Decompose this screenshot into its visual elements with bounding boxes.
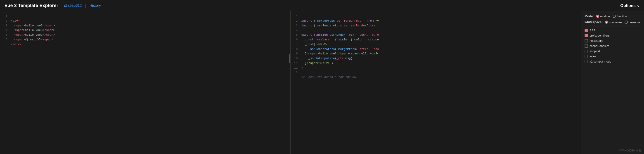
whitespace-condense-label: condense [609, 20, 622, 24]
whitespace-preserve-radio-dot[interactable] [624, 20, 628, 24]
mode-function-radio[interactable]: function [612, 15, 627, 18]
cache-handlers-label: cacheHandlers [590, 44, 609, 48]
inline-checkbox-row[interactable]: inline [584, 55, 640, 58]
prefix-identifiers-checkbox-row[interactable]: prefixIdentifiers [584, 34, 640, 37]
app-title: Vue 3 Template Explorer [4, 3, 58, 8]
template-editor-panel[interactable]: 1 2 3 4 5 6 <div> <span>hello vue3</span… [0, 11, 290, 154]
v2-compat-label: v2 compat mode [590, 60, 611, 63]
commit-link[interactable]: @a95e612 [64, 4, 82, 8]
options-arrow-icon: ↘ [636, 4, 640, 8]
mode-function-radio-dot[interactable] [612, 15, 616, 18]
hoist-static-label: hoistStatic [590, 39, 603, 42]
whitespace-preserve-radio[interactable]: preserve [624, 20, 640, 24]
cache-handlers-checkbox-row[interactable]: cacheHandlers [584, 44, 640, 48]
inline-label: inline [590, 55, 596, 58]
mode-module-label: module [600, 15, 610, 18]
scope-id-label: scopeId [590, 50, 600, 53]
options-toggle[interactable]: Options ↘ [620, 3, 640, 8]
watermark: CSDN@姜香小白鱼 [619, 149, 641, 152]
whitespace-condense-radio-dot[interactable] [605, 20, 608, 24]
options-panel: Mode: module function whitespace: conden… [581, 11, 644, 154]
prefix-identifiers-checkbox[interactable] [584, 34, 588, 37]
ssr-label: SSR [590, 29, 596, 32]
whitespace-preserve-label: preserve [629, 20, 640, 24]
history-link[interactable]: History [90, 4, 101, 8]
line-numbers-left: 1 2 3 4 5 6 [0, 11, 9, 154]
header-separator [60, 3, 62, 8]
v2-compat-checkbox[interactable] [584, 60, 588, 63]
ssr-checkbox[interactable] [584, 29, 588, 32]
whitespace-option-row: whitespace: condense preserve [584, 20, 640, 24]
template-code[interactable]: <div> <span>hello vue3</span> <span>hell… [9, 11, 290, 154]
compiled-code: import { mergeProps as _mergeProps } fro… [300, 11, 581, 154]
header: Vue 3 Template Explorer @a95e612 | Histo… [0, 0, 644, 11]
prefix-identifiers-label: prefixIdentifiers [590, 34, 610, 37]
cache-handlers-checkbox[interactable] [584, 44, 588, 48]
mode-function-label: function [617, 15, 627, 18]
hoist-static-checkbox[interactable] [584, 39, 588, 42]
header-pipe: | [84, 3, 88, 8]
ssr-checkbox-row[interactable]: SSR [584, 29, 640, 32]
options-divider [584, 26, 640, 26]
mode-radio-group: module function [596, 15, 627, 18]
mode-option-row: Mode: module function [584, 14, 640, 18]
mode-module-radio[interactable]: module [596, 15, 610, 18]
hoist-static-checkbox-row[interactable]: hoistStatic [584, 39, 640, 42]
main-content: 1 2 3 4 5 6 <div> <span>hello vue3</span… [0, 11, 644, 154]
v2-compat-checkbox-row[interactable]: v2 compat mode [584, 60, 640, 63]
mode-module-radio-dot[interactable] [596, 15, 599, 18]
whitespace-radio-group: condense preserve [605, 20, 640, 24]
left-scrollbar[interactable] [289, 54, 290, 63]
mode-label: Mode: [584, 14, 594, 18]
options-label: Options [620, 3, 636, 8]
inline-checkbox[interactable] [584, 55, 588, 58]
whitespace-label: whitespace: [584, 20, 603, 24]
scope-id-checkbox-row[interactable]: scopeId [584, 50, 640, 53]
whitespace-condense-radio[interactable]: condense [605, 20, 622, 24]
line-numbers-right: 1 2 3 4 5 6 7 8 9 10 11 12 13 [290, 11, 300, 154]
scope-id-checkbox[interactable] [584, 50, 588, 53]
compiled-output-panel: 1 2 3 4 5 6 7 8 9 10 11 12 13 import { m… [290, 11, 581, 154]
